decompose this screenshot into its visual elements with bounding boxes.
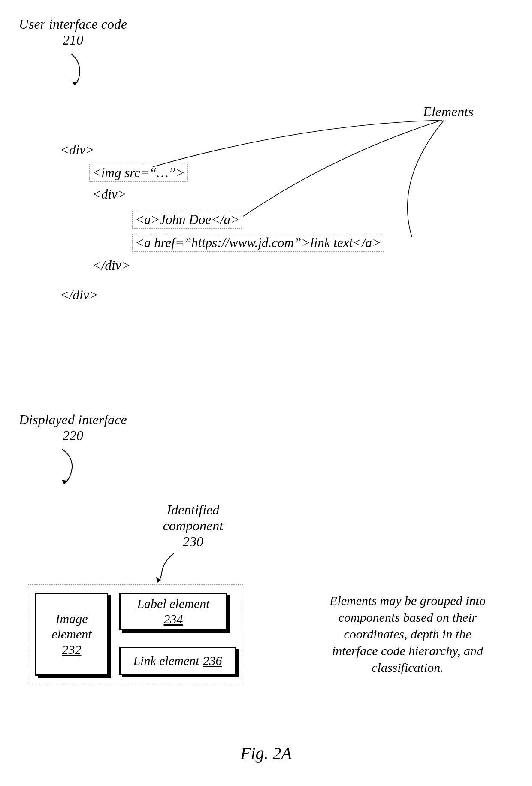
label-element-box: Label element 234 bbox=[119, 593, 227, 630]
elements-leader-lines bbox=[0, 0, 532, 386]
description-line2: components based on their bbox=[292, 609, 523, 626]
label-element-num: 234 bbox=[164, 611, 183, 627]
image-element-num: 232 bbox=[62, 642, 82, 657]
code-div2-close: </div> bbox=[92, 258, 130, 273]
arrow-220 bbox=[49, 447, 88, 490]
code-div-open: <div> bbox=[60, 142, 94, 158]
image-element-line1: Image bbox=[56, 611, 88, 626]
link-element-num: 236 bbox=[203, 653, 222, 668]
identified-component-label: Identified component 230 bbox=[146, 502, 240, 549]
code-div-close: </div> bbox=[60, 287, 98, 303]
identified-component-box: Image element 232 Label element 234 Link… bbox=[28, 584, 243, 686]
code-div2-open: <div> bbox=[92, 187, 127, 202]
displayed-interface-num: 220 bbox=[4, 428, 142, 444]
link-element-line1: Link element bbox=[133, 653, 199, 668]
code-a1: <a>John Doe</a> bbox=[132, 211, 242, 229]
description-line4: interface code hierarchy, and bbox=[292, 642, 523, 659]
code-a1-wrapper: <a>John Doe</a> bbox=[132, 211, 242, 229]
description-line3: coordinates, depth in the bbox=[292, 626, 523, 642]
code-img-wrapper: <img src=“…”> bbox=[89, 164, 188, 182]
identified-component-line1: Identified bbox=[146, 502, 240, 518]
description-text: Elements may be grouped into components … bbox=[292, 592, 523, 676]
identified-component-num: 230 bbox=[146, 534, 240, 550]
displayed-interface-line1: Displayed interface bbox=[4, 412, 142, 428]
label-element-line1: Label element bbox=[137, 596, 209, 611]
displayed-interface-label: Displayed interface 220 bbox=[4, 412, 142, 444]
figure-caption: Fig. 2A bbox=[0, 743, 532, 763]
code-img: <img src=“…”> bbox=[89, 164, 188, 182]
description-line5: classification. bbox=[292, 659, 523, 676]
code-a2-wrapper: <a href=”https://www.jd.com”>link text</… bbox=[132, 234, 384, 252]
link-element-box: Link element 236 bbox=[119, 647, 236, 675]
code-a2: <a href=”https://www.jd.com”>link text</… bbox=[132, 234, 384, 252]
image-element-line2: element bbox=[51, 626, 91, 642]
identified-component-line2: component bbox=[146, 518, 240, 534]
image-element-box: Image element 232 bbox=[35, 593, 108, 676]
description-line1: Elements may be grouped into bbox=[292, 592, 523, 609]
